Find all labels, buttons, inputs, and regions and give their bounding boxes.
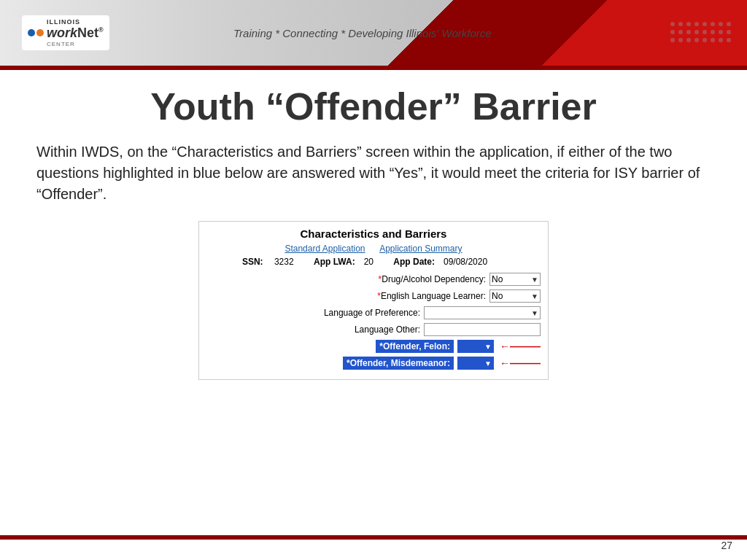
- language-preference-select[interactable]: ▼: [424, 306, 541, 319]
- offender-misdemeanor-label: *Offender, Misdemeanor:: [343, 357, 454, 370]
- field-language-other: Language Other:: [206, 323, 541, 336]
- page-number: 27: [721, 540, 732, 551]
- logo-circles: [28, 29, 44, 36]
- drug-alcohol-label: *Drug/Alcohol Dependency:: [379, 274, 486, 284]
- language-other-label: Language Other:: [355, 324, 420, 335]
- field-offender-misdemeanor: *Offender, Misdemeanor: ▼ ←———: [206, 357, 541, 370]
- offender-felon-select[interactable]: ▼: [457, 340, 494, 353]
- language-other-textfield[interactable]: [424, 323, 541, 336]
- field-english-learner: *English Language Learner: No ▼: [206, 289, 541, 303]
- form-title: Characteristics and Barriers: [199, 222, 548, 243]
- english-learner-input: No ▼: [489, 289, 541, 303]
- form-links: Standard Application Application Summary: [199, 243, 548, 254]
- logo-illinois: ILLINOIS: [47, 18, 104, 26]
- english-learner-label: *English Language Learner:: [377, 291, 486, 301]
- logo-area: ILLINOIS workNet® CENTER: [22, 15, 109, 50]
- offender-misdemeanor-input: ▼ ←———: [457, 357, 541, 370]
- chevron-down-icon: ▼: [484, 359, 492, 368]
- chevron-down-icon: ▼: [484, 343, 492, 351]
- language-preference-label: Language of Preference:: [324, 308, 420, 318]
- drug-alcohol-select[interactable]: No ▼: [489, 273, 541, 286]
- app-lwa: App LWA:20: [314, 257, 382, 267]
- language-preference-input: ▼: [424, 306, 541, 319]
- field-drug-alcohol: *Drug/Alcohol Dependency: No ▼: [206, 273, 541, 286]
- circle-blue-icon: [28, 29, 35, 36]
- misdemeanor-arrow-indicator: ←———: [500, 357, 541, 369]
- chevron-down-icon: ▼: [531, 292, 538, 300]
- chevron-down-icon: ▼: [531, 276, 538, 284]
- bottom-bar: 27: [0, 535, 747, 560]
- felon-arrow-indicator: ←———: [500, 341, 541, 352]
- field-offender-felon: *Offender, Felon: ▼ ←———: [206, 340, 541, 353]
- ssn-label: SSN: 3232: [242, 257, 303, 267]
- logo-text-group: ILLINOIS workNet® CENTER: [47, 18, 104, 47]
- header-dots-decoration: [670, 22, 732, 44]
- english-learner-select[interactable]: No ▼: [489, 289, 541, 303]
- application-summary-link[interactable]: Application Summary: [379, 244, 462, 254]
- logo-center: CENTER: [47, 41, 104, 47]
- standard-application-link[interactable]: Standard Application: [285, 244, 365, 254]
- body-text: Within IWDS, on the “Characteristics and…: [36, 141, 711, 205]
- offender-felon-input: ▼ ←———: [457, 340, 541, 353]
- field-language-preference: Language of Preference: ▼: [206, 306, 541, 319]
- form-fields: *Drug/Alcohol Dependency: No ▼ *English …: [199, 273, 548, 370]
- chevron-down-icon: ▼: [531, 309, 538, 317]
- logo-box: ILLINOIS workNet® CENTER: [22, 15, 109, 50]
- page-title: Youth “Offender” Barrier: [36, 85, 711, 128]
- header: ILLINOIS workNet® CENTER Training * Conn…: [0, 0, 747, 66]
- footer: 27: [0, 540, 747, 560]
- logo-worknet: workNet®: [47, 26, 104, 41]
- characteristics-form: Characteristics and Barriers Standard Ap…: [198, 221, 549, 380]
- form-container: Characteristics and Barriers Standard Ap…: [36, 221, 711, 380]
- offender-felon-label: *Offender, Felon:: [376, 340, 454, 353]
- form-meta: SSN: 3232 App LWA:20 App Date:09/08/2020: [199, 257, 548, 267]
- language-other-input: [424, 323, 541, 336]
- header-tagline: Training * Connecting * Developing Illin…: [233, 27, 492, 39]
- circle-orange-icon: [36, 29, 44, 36]
- offender-misdemeanor-select[interactable]: ▼: [457, 357, 494, 370]
- main-content: Youth “Offender” Barrier Within IWDS, on…: [0, 70, 747, 387]
- drug-alcohol-input: No ▼: [489, 273, 541, 286]
- app-date: App Date:09/08/2020: [393, 257, 496, 267]
